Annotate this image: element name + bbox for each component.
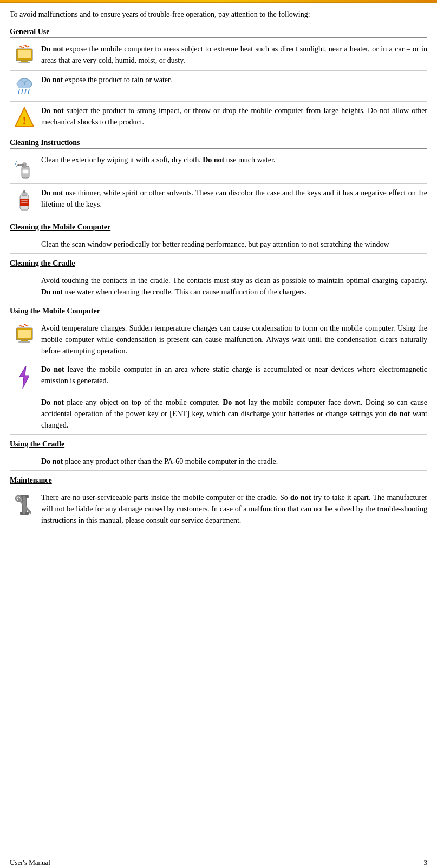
svg-rect-7: [18, 85, 30, 88]
static-icon: [10, 364, 39, 390]
spray-bottle-icon: [10, 154, 39, 180]
section-cleaning-cradle: Cleaning the Cradle Avoid touching the c…: [10, 259, 427, 301]
item-text: There are no user-serviceable parts insi…: [39, 492, 427, 526]
section-divider: [10, 450, 427, 450]
footer-left: User's Manual: [10, 858, 50, 867]
heat-icon: [10, 43, 39, 67]
section-title-using-cradle: Using the Cradle: [10, 440, 427, 449]
item-text: Do not expose the product to rain or wat…: [39, 74, 427, 86]
section-title-cleaning-instructions: Cleaning Instructions: [10, 139, 427, 147]
section-maintenance: Maintenance There are no user-serviceabl…: [10, 476, 427, 529]
svg-line-8: [18, 89, 19, 94]
list-item: Do not expose the product to rain or wat…: [10, 71, 427, 102]
section-title-maintenance: Maintenance: [10, 476, 427, 485]
list-item: ! Do not subject the product to strong i…: [10, 102, 427, 133]
svg-point-26: [21, 209, 28, 211]
svg-point-20: [16, 166, 17, 167]
svg-rect-38: [25, 512, 29, 515]
item-text: Do not place any product other than the …: [39, 456, 427, 467]
list-item: Do not expose the mobile computer to are…: [10, 40, 427, 71]
item-text: Avoid temperature changes. Sudden temper…: [39, 323, 427, 357]
list-item: Avoid touching the contacts in the cradl…: [10, 272, 427, 301]
main-content: To avoid malfunctions and to ensure year…: [0, 3, 437, 538]
svg-marker-33: [19, 366, 29, 389]
list-item: Clean the exterior by wiping it with a s…: [10, 151, 427, 184]
intro-paragraph: To avoid malfunctions and to ensure year…: [10, 9, 427, 20]
item-text: Do not place any object on top of the mo…: [39, 397, 427, 431]
list-item: Clean the scan window periodically for b…: [10, 235, 427, 254]
item-text: Do not use thinner, white spirit or othe…: [39, 187, 427, 210]
item-text: Do not expose the mobile computer to are…: [39, 43, 427, 66]
section-divider: [10, 317, 427, 317]
temperature-icon: [10, 323, 39, 348]
section-title-using-mobile: Using the Mobile Computer: [10, 307, 427, 315]
svg-line-11: [28, 89, 29, 94]
item-text: Do not leave the mobile computer in an a…: [39, 364, 427, 386]
svg-rect-36: [25, 495, 29, 498]
svg-point-19: [15, 163, 16, 165]
section-divider: [10, 37, 427, 38]
section-divider: [10, 233, 427, 233]
tools-icon: [10, 492, 39, 519]
footer: User's Manual 3: [0, 857, 437, 868]
item-text: Clean the scan window periodically for b…: [39, 239, 427, 250]
list-item: Do not place any object on top of the mo…: [10, 393, 427, 435]
item-text: Clean the exterior by wiping it with a s…: [39, 154, 427, 166]
svg-rect-3: [18, 62, 30, 63]
rain-icon: [10, 74, 39, 98]
item-text: Avoid touching the contacts in the cradl…: [39, 275, 427, 298]
svg-point-18: [16, 161, 17, 162]
section-divider: [10, 486, 427, 486]
svg-rect-2: [21, 61, 28, 62]
svg-rect-28: [21, 202, 28, 203]
svg-rect-30: [18, 330, 31, 338]
section-title-general-use: General Use: [10, 28, 427, 36]
svg-rect-16: [19, 164, 24, 166]
svg-rect-31: [21, 340, 28, 341]
list-item: Do not place any product other than the …: [10, 452, 427, 471]
svg-text:!: !: [22, 114, 26, 127]
svg-rect-21: [22, 169, 29, 174]
section-cleaning-instructions: Cleaning Instructions Clean the: [10, 139, 427, 218]
svg-line-9: [22, 89, 23, 94]
section-using-mobile: Using the Mobile Computer Avoid temperat…: [10, 307, 427, 435]
svg-rect-32: [18, 341, 30, 343]
footer-page-number: 3: [424, 858, 428, 867]
section-divider: [10, 269, 427, 269]
list-item: Avoid temperature changes. Sudden temper…: [10, 319, 427, 360]
svg-point-17: [17, 164, 19, 166]
list-item: There are no user-serviceable parts insi…: [10, 489, 427, 529]
section-cleaning-mobile: Cleaning the Mobile Computer Clean the s…: [10, 223, 427, 254]
svg-rect-1: [18, 50, 31, 58]
list-item: Do not leave the mobile computer in an a…: [10, 360, 427, 393]
item-text: Do not subject the product to strong imp…: [39, 105, 427, 128]
section-divider: [10, 148, 427, 149]
section-general-use: General Use Do not expose the mobile com…: [10, 28, 427, 133]
impact-icon: !: [10, 105, 39, 130]
list-item: Do not use thinner, white spirit or othe…: [10, 184, 427, 218]
section-title-cleaning-cradle: Cleaning the Cradle: [10, 259, 427, 268]
svg-rect-25: [23, 190, 25, 193]
section-using-cradle: Using the Cradle Do not place any produc…: [10, 440, 427, 471]
section-title-cleaning-mobile: Cleaning the Mobile Computer: [10, 223, 427, 232]
svg-rect-27: [21, 200, 28, 201]
svg-rect-37: [20, 512, 23, 515]
svg-line-10: [25, 89, 26, 94]
solvent-icon: [10, 187, 39, 214]
